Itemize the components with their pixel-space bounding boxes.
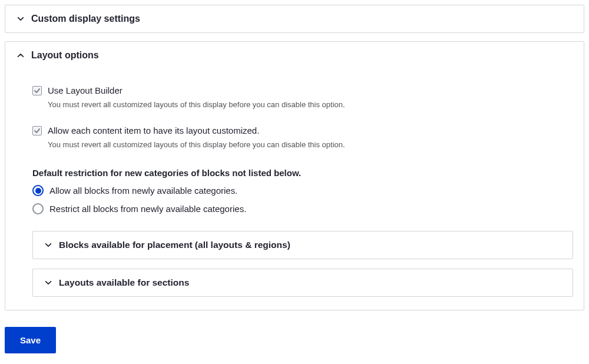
save-button[interactable]: Save bbox=[5, 327, 56, 353]
sub-panel-header-blocks[interactable]: Blocks available for placement (all layo… bbox=[33, 231, 573, 259]
restriction-heading: Default restriction for new categories o… bbox=[32, 168, 573, 178]
field-allow-custom-layout: Allow each content item to have its layo… bbox=[32, 125, 573, 149]
chevron-up-icon bbox=[16, 51, 25, 60]
radio-row-allow[interactable]: Allow all blocks from newly available ca… bbox=[32, 185, 573, 196]
panel-body-layout-options: Use Layout Builder You must revert all c… bbox=[5, 85, 584, 310]
radio-allow[interactable] bbox=[32, 185, 44, 196]
checkbox-use-layout-builder[interactable] bbox=[32, 86, 42, 95]
radio-row-restrict[interactable]: Restrict all blocks from newly available… bbox=[32, 203, 573, 214]
panel-layout-options: Layout options Use Layout Builder You mu… bbox=[5, 41, 584, 310]
radio-restrict[interactable] bbox=[32, 203, 44, 214]
panel-header-layout-options[interactable]: Layout options bbox=[5, 42, 584, 69]
sub-panel-title: Layouts available for sections bbox=[59, 277, 189, 288]
help-text: You must revert all customized layouts o… bbox=[48, 140, 573, 149]
chevron-down-icon bbox=[16, 14, 25, 24]
sub-panel-layouts-available: Layouts available for sections bbox=[32, 269, 573, 297]
checkbox-label: Use Layout Builder bbox=[48, 85, 123, 95]
sub-panel-title: Blocks available for placement (all layo… bbox=[59, 240, 290, 250]
panel-title: Custom display settings bbox=[31, 14, 140, 24]
panel-custom-display-settings: Custom display settings bbox=[5, 5, 584, 33]
chevron-down-icon bbox=[44, 278, 53, 287]
checkbox-label: Allow each content item to have its layo… bbox=[48, 125, 259, 135]
radio-label: Allow all blocks from newly available ca… bbox=[49, 186, 237, 196]
chevron-down-icon bbox=[44, 240, 53, 250]
sub-panel-blocks-available: Blocks available for placement (all layo… bbox=[32, 231, 573, 259]
sub-panel-header-layouts[interactable]: Layouts available for sections bbox=[33, 269, 573, 296]
panel-header-custom-display[interactable]: Custom display settings bbox=[5, 5, 584, 32]
field-use-layout-builder: Use Layout Builder You must revert all c… bbox=[32, 85, 573, 109]
panel-title: Layout options bbox=[31, 50, 99, 61]
radio-label: Restrict all blocks from newly available… bbox=[49, 204, 246, 214]
help-text: You must revert all customized layouts o… bbox=[48, 100, 573, 109]
checkbox-allow-custom-layout[interactable] bbox=[32, 126, 42, 135]
